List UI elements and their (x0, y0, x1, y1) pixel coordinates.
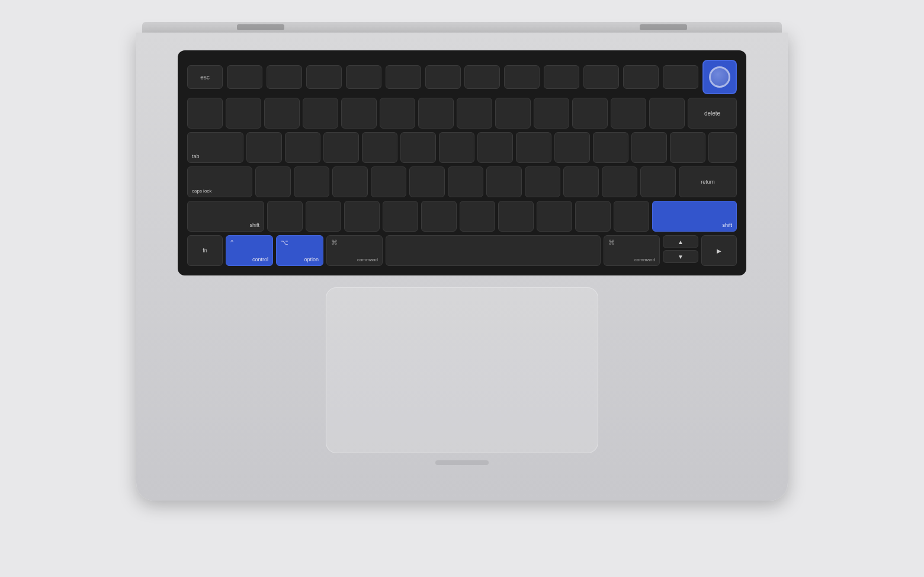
option-icon: ⌥ (281, 239, 288, 246)
key-up[interactable]: ▲ (663, 235, 698, 248)
key-esc[interactable]: esc (187, 65, 223, 89)
key-equal[interactable] (649, 98, 685, 129)
key-caps[interactable]: caps lock (187, 166, 252, 197)
key-f8[interactable] (504, 65, 540, 89)
key-delete[interactable]: delete (688, 98, 737, 129)
key-j[interactable] (486, 166, 522, 197)
key-i[interactable] (516, 132, 551, 163)
key-d[interactable] (332, 166, 368, 197)
key-f9[interactable] (544, 65, 579, 89)
laptop: esc (107, 22, 817, 555)
fn-row: esc (187, 60, 737, 94)
key-p[interactable] (593, 132, 628, 163)
key-rbracket[interactable] (670, 132, 705, 163)
qwerty-row: tab (187, 132, 737, 163)
trackpad[interactable] (326, 287, 598, 453)
key-return[interactable]: return (679, 166, 737, 197)
shift-row: shift shift (187, 201, 737, 232)
hinge-left (237, 24, 284, 30)
key-e[interactable] (323, 132, 359, 163)
bottom-row: fn ^ control ⌥ option ⌘ command (187, 235, 737, 266)
key-u[interactable] (477, 132, 513, 163)
key-cmd-left[interactable]: ⌘ command (326, 235, 383, 266)
option-label: option (304, 257, 319, 262)
key-f2[interactable] (267, 65, 302, 89)
control-label: control (252, 257, 268, 262)
key-power[interactable] (702, 60, 737, 94)
key-f7[interactable] (464, 65, 500, 89)
key-comma[interactable] (537, 201, 572, 232)
key-f5[interactable] (386, 65, 421, 89)
arrow-cluster: ▲ ▼ (663, 235, 698, 266)
key-minus[interactable] (611, 98, 646, 129)
key-m[interactable] (498, 201, 534, 232)
key-t[interactable] (400, 132, 436, 163)
key-8[interactable] (495, 98, 531, 129)
key-semicolon[interactable] (602, 166, 637, 197)
key-fn[interactable]: fn (187, 235, 223, 266)
key-y[interactable] (439, 132, 474, 163)
key-f3[interactable] (306, 65, 342, 89)
key-b[interactable] (421, 201, 457, 232)
key-1[interactable] (226, 98, 261, 129)
key-6[interactable] (418, 98, 454, 129)
key-lbracket[interactable] (631, 132, 667, 163)
key-z[interactable] (267, 201, 303, 232)
key-w[interactable] (285, 132, 320, 163)
key-x[interactable] (306, 201, 341, 232)
key-f11[interactable] (623, 65, 659, 89)
key-tab[interactable]: tab (187, 132, 243, 163)
key-l[interactable] (563, 166, 599, 197)
key-g[interactable] (409, 166, 445, 197)
power-circle-icon (709, 66, 730, 88)
key-c[interactable] (344, 201, 380, 232)
key-7[interactable] (457, 98, 492, 129)
key-4[interactable] (341, 98, 377, 129)
key-f[interactable] (371, 166, 406, 197)
key-f6[interactable] (425, 65, 461, 89)
key-grave[interactable] (187, 98, 223, 129)
key-q[interactable] (246, 132, 282, 163)
control-icon: ^ (230, 239, 233, 246)
caps-row: caps lock return (187, 166, 737, 197)
key-2[interactable] (264, 98, 300, 129)
key-9[interactable] (534, 98, 569, 129)
speaker-bar (435, 460, 489, 465)
key-5[interactable] (380, 98, 415, 129)
key-v[interactable] (383, 201, 418, 232)
key-f12[interactable] (663, 65, 698, 89)
key-f4[interactable] (346, 65, 381, 89)
lid-bar (142, 22, 782, 33)
key-shift-left[interactable]: shift (187, 201, 264, 232)
keyboard: esc (178, 50, 746, 275)
number-row: delete (187, 98, 737, 129)
key-h[interactable] (448, 166, 483, 197)
key-shift-right[interactable]: shift (652, 201, 737, 232)
key-r[interactable] (362, 132, 397, 163)
key-control[interactable]: ^ control (226, 235, 273, 266)
key-period[interactable] (575, 201, 611, 232)
key-quote[interactable] (640, 166, 676, 197)
key-f10[interactable] (583, 65, 619, 89)
key-backslash[interactable] (708, 132, 737, 163)
hinge-right (640, 24, 687, 30)
key-space[interactable] (386, 235, 601, 266)
key-k[interactable] (525, 166, 560, 197)
laptop-body: esc (136, 33, 788, 501)
key-n[interactable] (460, 201, 495, 232)
key-slash[interactable] (614, 201, 649, 232)
key-0[interactable] (572, 98, 608, 129)
key-3[interactable] (303, 98, 338, 129)
key-right[interactable]: ▶ (701, 235, 737, 266)
key-option[interactable]: ⌥ option (276, 235, 323, 266)
key-down[interactable]: ▼ (663, 250, 698, 263)
key-o[interactable] (554, 132, 590, 163)
key-f1[interactable] (227, 65, 262, 89)
key-s[interactable] (294, 166, 329, 197)
key-a[interactable] (255, 166, 291, 197)
key-cmd-right[interactable]: ⌘ command (604, 235, 660, 266)
